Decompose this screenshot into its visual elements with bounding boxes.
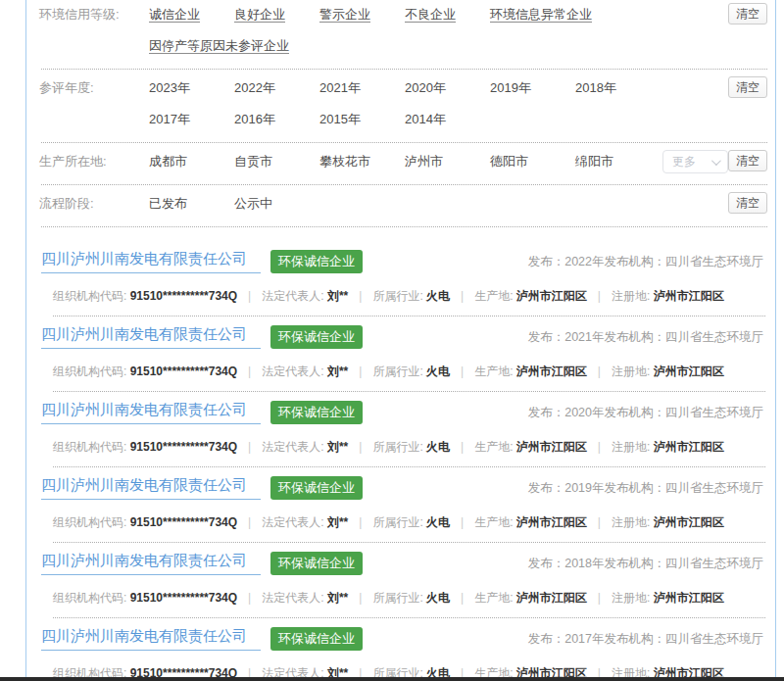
result-header: 四川泸州川南发电有限责任公司 环保诚信企业 发布：2021年发布机构：四川省生态… [41,325,767,349]
field-value: 91510**********734Q [130,440,237,454]
field-separator: | [461,440,464,454]
field-separator: | [248,591,251,605]
field-label: 生产地: [474,440,516,454]
result-item: 四川泸州川南发电有限责任公司 环保诚信企业 发布：2021年发布机构：四川省生态… [39,316,769,392]
filter-label: 环境信用等级: [39,2,149,27]
field-value: 泸州市江阳区 [654,440,724,454]
field-value: 泸州市江阳区 [654,515,724,529]
filter-row: 流程阶段: 已发布公示中 清空 [39,185,769,224]
filter-option[interactable]: 环境信息异常企业 [490,2,598,27]
result-header: 四川泸州川南发电有限责任公司 环保诚信企业 发布：2022年发布机构：四川省生态… [41,250,767,273]
filter-option[interactable]: 诚信企业 [149,2,234,27]
filter-option[interactable]: 2015年 [319,107,405,132]
field-value: 泸州市江阳区 [654,591,724,605]
result-header: 四川泸州川南发电有限责任公司 环保诚信企业 发布：2017年发布机构：四川省生态… [41,627,767,651]
field-value: 火电 [426,289,450,303]
company-link[interactable]: 四川泸州川南发电有限责任公司 [41,552,261,575]
field-value: 刘** [327,365,348,378]
field-label: 组织机构代码: [53,289,130,303]
field-separator: | [598,591,601,605]
filter-row: 生产所在地: 成都市自贡市攀枝花市泸州市德阳市绵阳市 更多 清空 [39,143,769,182]
field-value: 91510**********734Q [130,289,237,303]
credit-rating-badge: 环保诚信企业 [270,552,363,575]
filter-label: 流程阶段: [39,191,149,217]
result-item: 四川泸州川南发电有限责任公司 环保诚信企业 发布：2022年发布机构：四川省生态… [39,241,769,316]
field-separator: | [461,515,464,529]
chevron-down-icon [711,156,721,166]
field-label: 所属行业: [372,365,426,378]
filter-option[interactable]: 良好企业 [234,2,319,27]
filter-option[interactable]: 德阳市 [490,149,575,174]
filter-option[interactable]: 绵阳市 [575,149,661,174]
filter-option[interactable]: 2018年 [575,75,661,101]
result-item: 四川泸州川南发电有限责任公司 环保诚信企业 发布：2018年发布机构：四川省生态… [39,543,769,618]
publish-info: 发布：2018年发布机构：四川省生态环境厅 [528,556,763,572]
filter-option[interactable]: 警示企业 [319,2,405,27]
filter-option[interactable]: 公示中 [234,191,319,217]
field-separator: | [359,515,362,529]
filter-option[interactable]: 2019年 [490,75,575,101]
filter-option[interactable]: 2021年 [319,75,405,101]
filter-option[interactable]: 2022年 [234,75,319,101]
field-separator: | [461,289,464,303]
filter-option[interactable]: 2020年 [405,75,490,101]
field-label: 所属行业: [372,440,426,454]
field-label: 所属行业: [372,591,426,605]
field-label: 组织机构代码: [53,440,130,454]
field-separator: | [461,365,464,378]
company-link[interactable]: 四川泸州川南发电有限责任公司 [41,325,261,349]
field-separator: | [248,289,251,303]
field-separator: | [598,515,601,529]
result-fields: 组织机构代码: 91510**********734Q|法定代表人: 刘**|所… [53,364,765,392]
field-separator: | [359,289,362,303]
filter-option[interactable]: 成都市 [149,149,234,174]
filter-option[interactable]: 已发布 [149,191,234,217]
clear-button[interactable]: 清空 [728,192,767,214]
field-value: 泸州市江阳区 [516,440,587,454]
filter-option[interactable]: 不良企业 [405,2,490,27]
filter-options: 已发布公示中 [149,191,662,222]
company-link[interactable]: 四川泸州川南发电有限责任公司 [41,476,261,500]
field-label: 注册地: [612,515,654,529]
field-label: 组织机构代码: [53,591,130,605]
field-value: 泸州市江阳区 [516,591,587,605]
filter-row: 参评年度: 2023年2022年2021年2020年2019年2018年2017… [39,70,769,140]
filter-option[interactable]: 2017年 [149,107,234,132]
company-link[interactable]: 四川泸州川南发电有限责任公司 [41,250,261,273]
clear-button[interactable]: 清空 [728,150,767,171]
company-link[interactable]: 四川泸州川南发电有限责任公司 [41,401,261,424]
field-value: 火电 [426,515,450,529]
field-label: 注册地: [612,365,654,378]
field-label: 法定代表人: [262,515,327,529]
filter-option[interactable]: 攀枝花市 [319,149,405,174]
result-header: 四川泸州川南发电有限责任公司 环保诚信企业 发布：2019年发布机构：四川省生态… [41,476,767,500]
result-header: 四川泸州川南发电有限责任公司 环保诚信企业 发布：2018年发布机构：四川省生态… [41,552,767,575]
filter-option[interactable]: 因停产等原因未参评企业 [149,33,295,59]
field-value: 91510**********734Q [130,591,237,605]
field-label: 所属行业: [372,289,426,303]
result-item: 四川泸州川南发电有限责任公司 环保诚信企业 发布：2020年发布机构：四川省生态… [39,392,769,467]
filter-option[interactable]: 泸州市 [405,149,490,174]
more-dropdown[interactable]: 更多 [662,150,728,173]
clear-button[interactable]: 清空 [728,3,767,24]
field-value: 火电 [426,365,450,378]
result-fields: 组织机构代码: 91510**********734Q|法定代表人: 刘**|所… [53,288,765,316]
field-value: 刘** [327,440,348,454]
filter-option[interactable]: 自贡市 [234,149,319,174]
filter-options: 成都市自贡市攀枝花市泸州市德阳市绵阳市 [149,149,662,180]
filter-option[interactable]: 2023年 [149,75,234,101]
field-separator: | [359,440,362,454]
filter-option[interactable]: 2016年 [234,107,319,132]
filter-label: 参评年度: [39,75,149,101]
field-label: 生产地: [474,515,516,529]
clear-button[interactable]: 清空 [728,76,767,98]
filter-option[interactable]: 2014年 [405,107,490,132]
filter-options: 诚信企业良好企业警示企业不良企业环境信息异常企业因停产等原因未参评企业 [149,2,662,65]
company-link[interactable]: 四川泸州川南发电有限责任公司 [41,627,261,651]
credit-rating-badge: 环保诚信企业 [270,627,363,651]
field-separator: | [248,515,251,529]
field-label: 生产地: [474,365,516,378]
result-fields: 组织机构代码: 91510**********734Q|法定代表人: 刘**|所… [53,590,765,618]
credit-rating-badge: 环保诚信企业 [270,476,363,500]
publish-info: 发布：2017年发布机构：四川省生态环境厅 [528,631,763,648]
